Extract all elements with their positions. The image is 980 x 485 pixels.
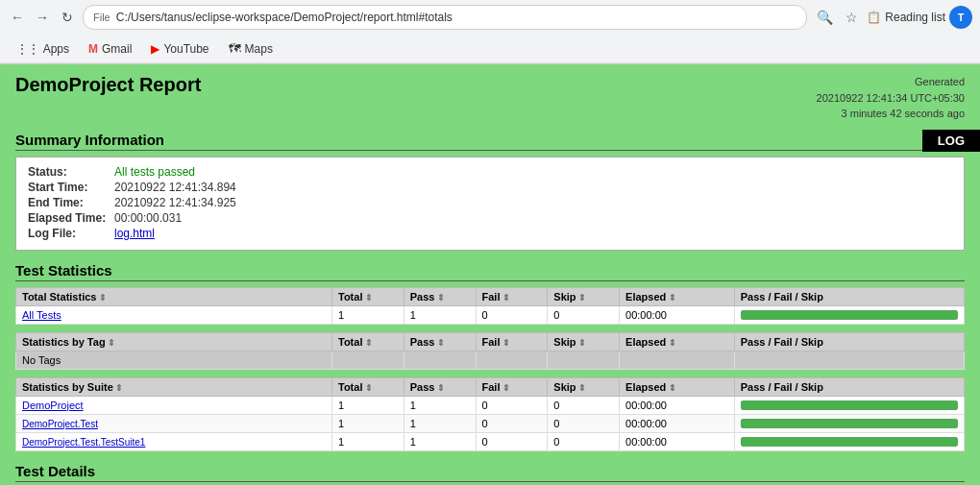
col-stats-by-suite[interactable]: Statistics by Suite: [16, 377, 332, 396]
summary-row-starttime: Start Time: 20210922 12:41:34.894: [28, 181, 952, 194]
col-suite-total[interactable]: Total: [332, 377, 404, 396]
test-details-title: Test Details: [15, 463, 965, 482]
suite-testsuite1-link[interactable]: DemoProject.Test.TestSuite1: [22, 437, 145, 448]
elapsed-value: 00:00:00.031: [114, 211, 182, 225]
profile-button[interactable]: T: [949, 6, 972, 29]
gmail-label: Gmail: [102, 42, 132, 56]
maps-label: Maps: [245, 42, 273, 56]
endtime-value: 20210922 12:41:34.925: [114, 196, 236, 209]
by-suite-table: Statistics by Suite Total Pass Fail Skip…: [15, 377, 965, 451]
bookmark-maps[interactable]: 🗺 Maps: [223, 39, 279, 58]
suite-progress-fill-2: [741, 419, 958, 428]
summary-box: Status: All tests passed Start Time: 202…: [15, 157, 965, 251]
col-suite-pass[interactable]: Pass: [404, 377, 476, 396]
col-tag-pass-fail-skip: Pass / Fail / Skip: [734, 332, 964, 351]
starttime-value: 20210922 12:41:34.894: [114, 181, 236, 194]
summary-section-title: Summary Information: [15, 132, 965, 151]
summary-row-elapsed: Elapsed Time: 00:00:00.031: [28, 211, 952, 225]
table-row: DemoProject.Test.TestSuite1 1 1 0 0 00:0…: [16, 432, 965, 450]
bookmark-gmail[interactable]: M Gmail: [83, 40, 137, 58]
col-suite-fail[interactable]: Fail: [476, 377, 548, 396]
status-value: All tests passed: [114, 165, 195, 179]
bookmark-youtube[interactable]: ▶ YouTube: [145, 40, 214, 58]
col-total-stats[interactable]: Total Statistics: [16, 287, 332, 305]
apps-label: Apps: [43, 42, 69, 56]
bookmark-apps[interactable]: ⋮⋮ Apps: [8, 40, 75, 58]
address-bar[interactable]: File C:/Users/tanus/eclipse-workspace/De…: [83, 5, 807, 30]
file-icon: File: [93, 12, 110, 23]
report-title: DemoProject Report: [15, 74, 201, 96]
test-statistics-section: Total Statistics Total Pass Fail Skip El…: [15, 287, 965, 451]
col-tag-elapsed[interactable]: Elapsed: [620, 332, 735, 351]
url-text: C:/Users/tanus/eclipse-workspace/DemoPro…: [116, 11, 797, 24]
reading-list-icon: 📋: [867, 11, 881, 24]
by-tag-table: Statistics by Tag Total Pass Fail Skip E…: [15, 332, 965, 370]
search-icon[interactable]: 🔍: [813, 6, 836, 29]
table-row: All Tests 1 1 0 0 00:00:00: [16, 305, 965, 324]
back-button[interactable]: ←: [8, 8, 27, 27]
col-pass-fail-skip: Pass / Fail / Skip: [734, 287, 964, 305]
generated-label: Generated: [817, 74, 965, 90]
col-suite-elapsed[interactable]: Elapsed: [620, 377, 735, 396]
col-tag-pass[interactable]: Pass: [404, 332, 476, 351]
generated-datetime: 20210922 12:41:34 UTC+05:30: [817, 90, 965, 107]
table-row: DemoProject.Test 1 1 0 0 00:00:00: [16, 414, 965, 432]
col-tag-fail[interactable]: Fail: [476, 332, 548, 351]
bookmark-star-icon[interactable]: ☆: [840, 6, 863, 29]
table-row: DemoProject 1 1 0 0 00:00:00: [16, 396, 965, 414]
col-stats-by-tag[interactable]: Statistics by Tag: [16, 332, 332, 351]
col-pass[interactable]: Pass: [404, 287, 476, 305]
logfile-link[interactable]: log.html: [114, 227, 155, 240]
summary-row-logfile: Log File: log.html: [28, 227, 952, 240]
col-total[interactable]: Total: [332, 287, 404, 305]
progress-fill: [741, 310, 958, 320]
suite-demoproject-link[interactable]: DemoProject: [22, 400, 84, 411]
col-suite-skip[interactable]: Skip: [548, 377, 620, 396]
suite-progress-bar-3: [741, 437, 958, 447]
col-tag-total[interactable]: Total: [332, 332, 404, 351]
generated-ago: 3 minutes 42 seconds ago: [817, 106, 965, 122]
col-skip[interactable]: Skip: [548, 287, 620, 305]
reading-list-label: Reading list: [885, 11, 945, 24]
summary-row-status: Status: All tests passed: [28, 165, 952, 179]
forward-button[interactable]: →: [33, 8, 52, 27]
youtube-label: YouTube: [163, 42, 208, 56]
apps-icon: ⋮⋮: [13, 42, 39, 56]
suite-progress-fill-3: [741, 437, 958, 447]
col-suite-pass-fail-skip: Pass / Fail / Skip: [734, 377, 964, 396]
gmail-icon: M: [88, 42, 98, 56]
log-button[interactable]: LOG: [922, 130, 980, 152]
col-elapsed[interactable]: Elapsed: [620, 287, 735, 305]
youtube-icon: ▶: [151, 42, 159, 56]
suite-progress-fill-1: [741, 400, 958, 410]
table-row: No Tags: [16, 351, 965, 369]
all-tests-link[interactable]: All Tests: [22, 309, 61, 321]
suite-progress-bar-1: [741, 400, 958, 410]
summary-row-endtime: End Time: 20210922 12:41:34.925: [28, 196, 952, 209]
suite-progress-bar-2: [741, 419, 958, 428]
reading-list-button[interactable]: 📋 Reading list: [867, 11, 945, 24]
reload-button[interactable]: ↻: [58, 8, 77, 27]
suite-demoproject-test-link[interactable]: DemoProject.Test: [22, 419, 98, 429]
test-stats-title: Test Statistics: [15, 262, 965, 281]
progress-bar: [741, 310, 958, 320]
col-fail[interactable]: Fail: [476, 287, 548, 305]
col-tag-skip[interactable]: Skip: [548, 332, 620, 351]
all-tests-table: Total Statistics Total Pass Fail Skip El…: [15, 287, 965, 325]
maps-icon: 🗺: [229, 41, 241, 56]
